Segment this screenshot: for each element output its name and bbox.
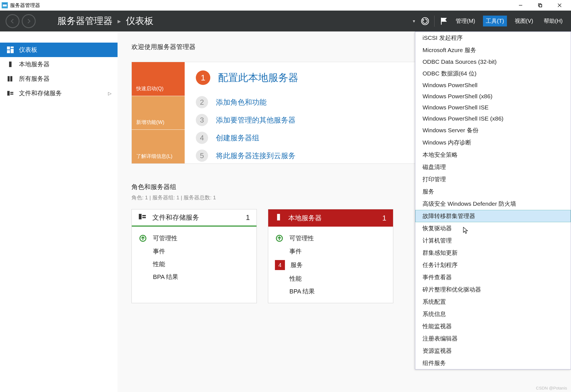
role-tile[interactable]: 文件和存储服务1可管理性事件性能BPA 结果 [131, 209, 257, 303]
tile-title: 文件和存储服务 [152, 213, 199, 222]
svg-rect-19 [7, 91, 9, 96]
tools-menu-item[interactable]: Windows PowerShell [415, 80, 571, 91]
svg-rect-21 [10, 94, 13, 95]
tools-menu-item[interactable]: 碎片整理和优化驱动器 [415, 283, 571, 296]
refresh-button[interactable] [421, 17, 429, 25]
dropdown-caret-icon[interactable]: ▼ [412, 19, 416, 23]
tools-menu-item[interactable]: ODBC Data Sources (32-bit) [415, 56, 571, 67]
tile-row[interactable]: BPA 结果 [275, 285, 386, 298]
tools-menu-item[interactable]: Windows PowerShell ISE (x86) [415, 113, 571, 124]
tile-row-label: 事件 [153, 247, 165, 256]
sidebar-item-label: 本地服务器 [19, 60, 50, 68]
tile-row[interactable]: 事件 [275, 245, 386, 258]
tile-row[interactable]: 性能 [275, 272, 386, 285]
breadcrumb: 服务器管理器 ▸ 仪表板 [57, 15, 153, 27]
svg-rect-18 [10, 76, 12, 81]
breadcrumb-page[interactable]: 仪表板 [126, 15, 153, 27]
minimize-button[interactable] [511, 0, 530, 11]
nav-back-button[interactable] [6, 14, 19, 28]
header-bar: 服务器管理器 ▸ 仪表板 ▼ 管理(M) 工具(T) 视图(V) 帮助(H) [0, 11, 571, 31]
tools-menu-item[interactable]: 系统信息 [415, 308, 571, 320]
window-controls [511, 0, 569, 11]
tools-menu-item[interactable]: Windows 内存诊断 [415, 136, 571, 149]
menu-help[interactable]: 帮助(H) [541, 16, 565, 26]
tile-header: 本地服务器1 [268, 209, 393, 227]
tools-menu-item[interactable]: 注册表编辑器 [415, 332, 571, 345]
tools-menu-item[interactable]: Windows PowerShell (x86) [415, 91, 571, 102]
step-number: 5 [196, 150, 208, 162]
menu-tools[interactable]: 工具(T) [483, 16, 507, 26]
tile-row-label: BPA 结果 [153, 273, 178, 281]
svg-rect-15 [7, 50, 10, 53]
svg-rect-12 [7, 46, 10, 50]
step-label: 创建服务器组 [216, 133, 259, 143]
tools-menu-item[interactable]: 组件服务 [415, 357, 571, 369]
tools-menu-item[interactable]: 恢复驱动器 [415, 222, 571, 234]
sidebar-item-label: 文件和存储服务 [19, 89, 62, 97]
menu-view[interactable]: 视图(V) [512, 16, 536, 26]
tile-row[interactable]: 可管理性 [275, 232, 386, 245]
sidebar-item-dashboard[interactable]: 仪表板 [0, 43, 118, 57]
tools-menu-item[interactable]: 磁盘清理 [415, 161, 571, 173]
svg-marker-11 [441, 18, 446, 21]
tools-menu-item[interactable]: 任务计划程序 [415, 259, 571, 271]
tile-header: 文件和存储服务1 [132, 209, 257, 227]
step-label: 将此服务器连接到云服务 [216, 151, 296, 161]
step-label: 添加角色和功能 [216, 97, 267, 107]
tile-row[interactable]: BPA 结果 [138, 271, 250, 283]
tile-row[interactable]: 性能 [138, 258, 250, 271]
nav-forward-button[interactable] [22, 14, 36, 28]
flag-icon[interactable] [440, 17, 448, 25]
tools-menu-item[interactable]: 群集感知更新 [415, 247, 571, 259]
svg-rect-24 [142, 217, 146, 218]
tile-row-label: 性能 [289, 275, 302, 283]
tools-menu-item[interactable]: 打印管理 [415, 173, 571, 185]
svg-rect-16 [9, 62, 12, 67]
tile-row-label: 可管理性 [289, 234, 314, 242]
tools-menu-item[interactable]: 资源监视器 [415, 345, 571, 357]
tools-menu-item[interactable]: 服务 [415, 185, 571, 198]
sidebar-item-label: 仪表板 [19, 46, 37, 54]
svg-rect-17 [8, 76, 9, 81]
tools-menu-item[interactable]: 计算机管理 [415, 234, 571, 247]
breadcrumb-app[interactable]: 服务器管理器 [57, 15, 113, 27]
tools-menu-item[interactable]: 本地安全策略 [415, 149, 571, 161]
tools-menu-item[interactable]: iSCSI 发起程序 [415, 32, 571, 44]
step-label: 配置此本地服务器 [218, 71, 298, 85]
tile-row-label: 服务 [291, 261, 303, 269]
tools-menu-item[interactable]: 故障转移群集管理器 [415, 210, 571, 222]
tools-menu-item[interactable]: 高级安全 Windows Defender 防火墙 [415, 198, 571, 210]
maximize-button[interactable] [530, 0, 550, 11]
sidebar-item-all-servers[interactable]: 所有服务器 [0, 72, 118, 86]
tools-menu-item[interactable]: Windows PowerShell ISE [415, 102, 571, 113]
tile-row-label: 可管理性 [153, 234, 177, 242]
servers-icon [7, 75, 14, 82]
tools-menu-item[interactable]: ODBC 数据源(64 位) [415, 67, 571, 80]
sidebar-item-local-server[interactable]: 本地服务器 [0, 57, 118, 72]
tools-menu-item[interactable]: 事件查看器 [415, 271, 571, 283]
server-icon [7, 61, 14, 68]
tile-row[interactable]: 可管理性 [138, 232, 250, 245]
tile-row[interactable]: 4服务 [275, 258, 386, 272]
tools-menu-item[interactable]: 性能监视器 [415, 320, 571, 332]
tools-menu-item[interactable]: 系统配置 [415, 296, 571, 308]
close-button[interactable] [550, 0, 569, 11]
tools-menu-item[interactable]: Microsoft Azure 服务 [415, 44, 571, 56]
svg-rect-1 [3, 4, 7, 4]
step-number: 2 [196, 96, 208, 108]
svg-rect-4 [539, 4, 542, 7]
tile-body: 可管理性事件性能BPA 结果 [132, 227, 257, 288]
whatsnew-tab[interactable]: 新增功能(W) [132, 96, 185, 130]
step-number: 3 [196, 114, 208, 126]
sidebar-item-file-storage[interactable]: 文件和存储服务 ▷ [0, 86, 118, 101]
quickstart-tab[interactable]: 快速启动(Q) [132, 62, 185, 96]
tile-row[interactable]: 事件 [138, 245, 250, 258]
learnmore-tab[interactable]: 了解详细信息(L) [132, 130, 185, 163]
menu-manage[interactable]: 管理(M) [453, 16, 478, 26]
role-tile[interactable]: 本地服务器1可管理性事件4服务性能BPA 结果 [268, 209, 393, 303]
arrow-up-icon [138, 234, 147, 243]
tools-menu-item[interactable]: Windows Server 备份 [415, 124, 571, 136]
svg-rect-27 [277, 214, 280, 220]
arrow-up-icon [275, 234, 284, 243]
tile-body: 可管理性事件4服务性能BPA 结果 [268, 227, 393, 303]
